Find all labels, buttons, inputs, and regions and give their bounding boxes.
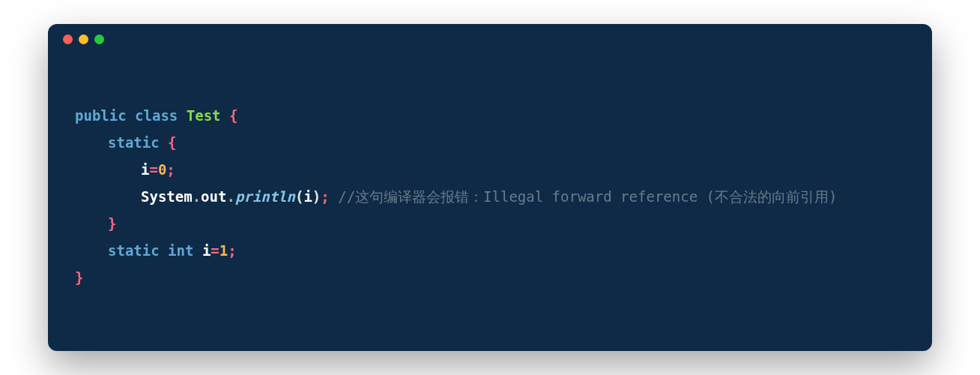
code-line: static int i=1; — [75, 242, 237, 259]
paren-close: ) — [312, 188, 321, 205]
code-line: System.out.println(i); //这句编译器会报错：Illega… — [75, 188, 837, 205]
code-line: } — [75, 215, 116, 232]
equals: = — [149, 161, 157, 178]
brace-close: } — [108, 215, 116, 232]
keyword-class: class — [135, 107, 178, 124]
identifier: i — [303, 188, 312, 205]
code-line: static { — [75, 134, 177, 151]
close-icon[interactable] — [63, 34, 73, 44]
maximize-icon[interactable] — [94, 34, 104, 44]
identifier: i — [141, 161, 149, 178]
identifier: System — [141, 188, 193, 205]
keyword-static: static — [108, 134, 160, 151]
code-line: } — [75, 269, 83, 286]
identifier: i — [202, 242, 211, 259]
identifier: out — [201, 188, 226, 205]
window-titlebar — [48, 24, 932, 54]
keyword-int: int — [168, 242, 193, 259]
semicolon: ; — [228, 242, 236, 259]
code-window: public class Test { static { i=0; System… — [48, 24, 932, 351]
number-literal: 0 — [158, 161, 166, 178]
code-line: public class Test { — [75, 107, 238, 124]
brace-close: } — [75, 269, 83, 286]
comment: //这句编译器会报错：Illegal forward reference (不合… — [338, 188, 837, 205]
semicolon: ; — [166, 161, 175, 178]
code-block: public class Test { static { i=0; System… — [48, 54, 932, 351]
minimize-icon[interactable] — [79, 34, 88, 44]
semicolon: ; — [321, 188, 329, 205]
code-line: i=0; — [75, 161, 175, 178]
brace-open: { — [229, 107, 238, 124]
brace-open: { — [168, 134, 176, 151]
dot-separator: . — [193, 188, 201, 205]
keyword-public: public — [75, 107, 127, 124]
method-name: println — [235, 188, 295, 205]
equals: = — [211, 242, 219, 259]
dot-separator: . — [226, 188, 235, 205]
paren-open: ( — [295, 188, 303, 205]
keyword-static: static — [108, 242, 160, 259]
number-literal: 1 — [220, 242, 228, 259]
class-name: Test — [187, 107, 221, 124]
